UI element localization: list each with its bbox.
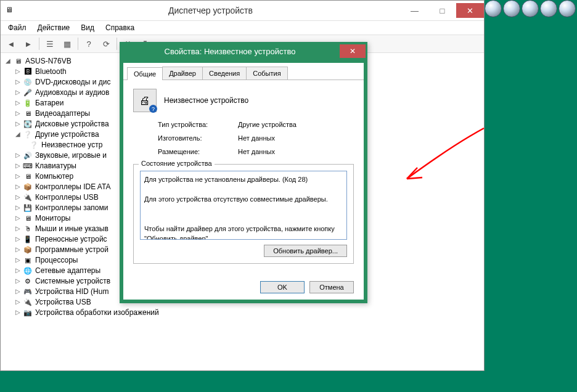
device-category-icon: 📦 — [23, 182, 33, 192]
device-category-icon: ⚙ — [23, 276, 33, 286]
manufacturer-label: Изготовитель: — [158, 134, 238, 142]
tree-item-label: Устройства HID (Hum — [35, 286, 108, 297]
expander-icon[interactable]: ▷ — [14, 152, 22, 159]
device-category-icon: 📦 — [23, 245, 33, 255]
tree-item-label: Устройства USB — [35, 296, 91, 308]
expander-icon[interactable]: ▷ — [14, 256, 22, 264]
ok-button[interactable]: OK — [260, 281, 305, 293]
expander-icon[interactable]: ▷ — [14, 309, 22, 316]
tab-driver[interactable]: Драйвер — [162, 67, 203, 80]
expander-icon[interactable]: ▷ — [14, 277, 22, 285]
device-category-icon: ⌨ — [23, 161, 33, 171]
tab-general[interactable]: Общие — [127, 67, 163, 80]
expander-icon[interactable]: ▷ — [14, 183, 22, 190]
tree-item-label: Процессоры — [35, 255, 78, 266]
expander-icon[interactable]: ▷ — [14, 225, 22, 232]
tree-root-label: ASUS-N76VB — [25, 55, 72, 67]
device-category-icon: 📷 — [23, 308, 33, 317]
expander-icon[interactable]: ▷ — [14, 298, 22, 306]
properties-button[interactable]: ▦ — [59, 36, 75, 51]
device-category-icon: 🖱 — [23, 224, 33, 234]
expander-icon[interactable]: ▷ — [14, 246, 22, 253]
expander-icon[interactable]: ▷ — [14, 204, 22, 211]
forward-button[interactable]: ► — [20, 36, 36, 51]
tree-item-label: Звуковые, игровые и — [35, 150, 107, 161]
menu-file[interactable]: Файл — [3, 22, 31, 33]
device-icon: 🖨 — [133, 89, 157, 112]
location-value: Нет данных — [238, 148, 354, 155]
expander-icon[interactable]: ▷ — [14, 267, 22, 274]
maximize-button[interactable]: □ — [428, 3, 456, 18]
expander-icon[interactable]: ▷ — [14, 89, 22, 96]
expander-icon[interactable]: ▷ — [14, 78, 22, 86]
tab-events[interactable]: События — [246, 67, 287, 80]
menu-bar: Файл Действие Вид Справка — [1, 21, 484, 35]
expander-icon[interactable]: ◢ — [14, 131, 22, 138]
expander-icon[interactable]: ▷ — [14, 110, 22, 117]
expander-icon[interactable]: ▷ — [14, 68, 22, 75]
device-category-icon: 🖥 — [23, 213, 33, 223]
tab-strip: Общие Драйвер Сведения События — [123, 63, 364, 80]
dialog-title-bar: Свойства: Неизвестное устройство ✕ — [120, 43, 367, 60]
expander-icon[interactable]: ▷ — [14, 162, 22, 169]
title-bar: 🖥 Диспетчер устройств — □ ✕ — [1, 1, 484, 21]
menu-help[interactable]: Справка — [100, 22, 139, 33]
update-driver-button[interactable]: Обновить драйвер... — [264, 245, 347, 257]
scan-button[interactable]: ⟳ — [98, 36, 114, 51]
device-category-icon: 🖥 — [23, 108, 33, 118]
device-name: Неизвестное устройство — [164, 96, 248, 105]
expander-icon[interactable]: ▷ — [14, 235, 22, 243]
tree-item-label: Другие устройства — [35, 129, 99, 140]
menu-view[interactable]: Вид — [76, 22, 99, 33]
app-icon: 🖥 — [6, 6, 15, 15]
orb-icon — [559, 0, 576, 17]
orb-icon — [503, 0, 520, 17]
device-category-icon: 💾 — [23, 203, 33, 213]
expander-icon[interactable]: ▷ — [14, 173, 22, 180]
back-button[interactable]: ◄ — [3, 36, 19, 51]
menu-action[interactable]: Действие — [33, 22, 75, 33]
dialog-close-button[interactable]: ✕ — [340, 44, 366, 58]
tree-item-label: Компьютер — [35, 171, 73, 182]
expander-icon[interactable]: ▷ — [14, 288, 22, 295]
status-text[interactable]: Для устройства не установлены драйверы. … — [140, 171, 347, 240]
expander-icon[interactable]: ▷ — [14, 120, 22, 128]
close-button[interactable]: ✕ — [456, 3, 484, 18]
device-category-icon: 🔌 — [23, 192, 33, 202]
tree-item-label: Bluetooth — [35, 66, 67, 77]
device-category-icon: ❔ — [23, 129, 33, 139]
unknown-device-icon: ❔ — [29, 140, 39, 150]
separator — [117, 38, 117, 50]
device-category-icon: ▣ — [23, 255, 33, 265]
device-category-icon: 🎤 — [23, 88, 33, 97]
dialog-title: Свойства: Неизвестное устройство — [120, 47, 340, 56]
tree-child-label: Неизвестное устр — [41, 139, 102, 150]
expander-icon[interactable]: ▷ — [14, 99, 22, 107]
expander-icon[interactable]: ▷ — [14, 214, 22, 222]
tree-item-label: Контроллеры запоми — [35, 202, 108, 213]
tab-details[interactable]: Сведения — [202, 67, 247, 80]
tree-item-label: Контроллеры IDE ATA — [35, 181, 110, 192]
expander-icon[interactable]: ▷ — [14, 194, 22, 201]
help-button[interactable]: ? — [81, 36, 97, 51]
show-tree-button[interactable]: ☰ — [42, 36, 58, 51]
device-category-icon: 🔌 — [23, 297, 33, 307]
device-category-icon: 🌐 — [23, 266, 33, 276]
device-category-icon: 📱 — [23, 234, 33, 244]
device-category-icon: 🎮 — [23, 287, 33, 296]
device-category-icon: 🔋 — [23, 98, 33, 108]
cancel-button[interactable]: Отмена — [309, 281, 354, 293]
tree-item-label: Системные устройств — [35, 276, 110, 287]
properties-dialog: Свойства: Неизвестное устройство ✕ Общие… — [120, 42, 367, 303]
tree-item-label: Программные устрой — [35, 244, 108, 255]
tree-item[interactable]: ▷📷Устройства обработки изображений — [2, 307, 483, 317]
minimize-button[interactable]: — — [401, 3, 428, 18]
separator — [39, 38, 39, 50]
tree-item-label: Сетевые адаптеры — [35, 265, 100, 276]
device-category-icon: 🅱 — [23, 67, 33, 76]
device-category-icon: 🖥 — [23, 171, 33, 181]
orb-icon — [540, 0, 557, 17]
tree-item-label: Батареи — [35, 97, 63, 108]
status-groupbox: Состояние устройства Для устройства не у… — [133, 164, 354, 264]
tree-item-label: Видеоадаптеры — [35, 108, 90, 119]
